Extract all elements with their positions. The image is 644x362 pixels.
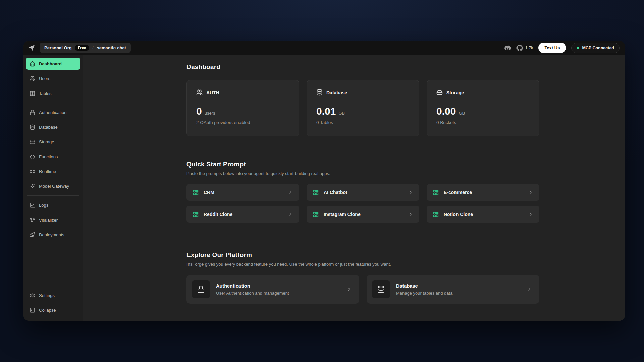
sidebar-collapse-button[interactable]: Collapse [26,304,80,316]
explore-card-desc: User Authentication and management [216,291,289,296]
sidebar-item-logs[interactable]: Logs [26,199,80,211]
grid-icon [193,189,199,196]
sidebar-item-label: Collapse [39,308,56,313]
sidebar-item-label: Dashboard [39,61,62,66]
hard-drive-icon [30,139,35,145]
explore-title: Explore Our Platform [186,251,539,259]
breadcrumb-separator: / [92,45,94,50]
sidebar-item-label: Realtime [39,169,56,174]
stat-card-auth[interactable]: AUTH 0 users 2 OAuth providers enabled [186,80,299,136]
stat-value: 0 [196,106,202,116]
stat-card-label: AUTH [206,90,219,95]
github-star-count: 1.7k [525,46,533,50]
quick-start-card-crm[interactable]: CRM [186,184,299,201]
icon-tile [372,280,390,298]
insforge-logo-icon [28,44,36,52]
explore-card-desc: Manage your tables and data [396,291,452,296]
sidebar-item-label: Authentication [39,110,66,115]
sidebar-item-database[interactable]: Database [26,121,80,133]
sidebar-item-authentication[interactable]: Authentication [26,106,80,118]
quick-start-card-ecommerce[interactable]: E-commerce [427,184,539,201]
explore-card-database[interactable]: Database Manage your tables and data [367,275,539,304]
discord-icon[interactable] [504,45,511,51]
sidebar-item-label: Settings [39,293,55,298]
quick-start-title: Quick Start Prompt [186,161,539,168]
stat-card-storage[interactable]: Storage 0.00 GB 0 Buckets [427,80,539,136]
quick-start-card-reddit-clone[interactable]: Reddit Clone [186,206,299,223]
stat-value: 0.00 [436,106,456,116]
top-bar: Personal Org Free / semantic-chat 1.7k T… [23,41,625,55]
database-icon [316,89,323,96]
page-title: Dashboard [186,63,539,71]
explore-grid: Authentication User Authentication and m… [186,275,539,304]
quick-start-card-notion-clone[interactable]: Notion Clone [427,206,539,223]
sidebar: Dashboard Users Tables Authentication Da… [23,55,83,321]
quick-start-label: Instagram Clone [324,212,361,217]
chevron-right-icon [528,190,533,195]
explore-section: Explore Our Platform InsForge gives you … [186,251,539,304]
topbar-actions: 1.7k Text Us MCP Connected [504,43,620,53]
sidebar-item-users[interactable]: Users [26,72,80,84]
quick-start-card-ai-chatbot[interactable]: AI Chatbot [307,184,419,201]
grid-icon [433,211,439,218]
stat-value: 0.01 [316,106,336,116]
explore-card-authentication[interactable]: Authentication User Authentication and m… [186,275,359,304]
github-icon[interactable] [516,45,523,51]
sidebar-item-label: Model Gateway [39,184,69,189]
plan-badge: Free [75,45,89,51]
org-name[interactable]: Personal Org [44,45,72,50]
stat-card-label: Storage [446,90,464,95]
hard-drive-icon [436,89,443,96]
quick-start-grid: CRM AI Chatbot E-commerce [186,184,539,223]
project-name[interactable]: semantic-chat [97,45,126,50]
explore-card-title: Database [396,283,452,289]
sidebar-item-label: Logs [39,203,48,208]
stat-subtext: 0 Tables [316,120,410,125]
chevron-right-icon [408,190,413,195]
database-icon [30,124,35,130]
chevron-right-icon [527,287,532,292]
stat-unit: GB [459,111,465,116]
sidebar-item-label: Functions [39,154,58,159]
radio-icon [30,169,35,174]
database-icon [377,285,385,293]
sidebar-item-realtime[interactable]: Realtime [26,165,80,177]
chevron-right-icon [288,190,293,195]
sidebar-item-dashboard[interactable]: Dashboard [26,58,80,70]
stat-card-grid: AUTH 0 users 2 OAuth providers enabled D… [186,80,539,136]
breadcrumb[interactable]: Personal Org Free / semantic-chat [40,43,131,53]
stat-subtext: 2 OAuth providers enabled [196,120,289,125]
github-stars[interactable]: 1.7k [516,45,533,51]
gear-icon [30,293,35,298]
sidebar-item-tables[interactable]: Tables [26,87,80,99]
grid-icon [313,211,319,218]
home-icon [30,61,35,67]
sidebar-divider [27,103,79,103]
sidebar-item-label: Database [39,125,58,130]
sidebar-item-functions[interactable]: Functions [26,150,80,163]
chart-line-icon [30,202,35,208]
sidebar-item-deployments[interactable]: Deployments [26,229,80,241]
stat-card-label: Database [326,90,347,95]
grid-icon [313,189,319,196]
quick-start-label: Reddit Clone [204,212,232,217]
grid-icon [193,211,199,218]
users-icon [196,89,203,96]
table-icon [30,90,35,96]
sidebar-item-visualizer[interactable]: Visualizer [26,214,80,226]
sidebar-item-label: Storage [39,139,54,144]
stat-subtext: 0 Buckets [436,120,530,125]
sidebar-item-model-gateway[interactable]: Model Gateway [26,180,80,192]
lock-icon [30,110,35,115]
icon-tile [192,280,210,298]
sidebar-item-settings[interactable]: Settings [26,289,80,301]
network-icon [30,217,35,223]
mcp-status-pill[interactable]: MCP Connected [571,43,620,53]
text-us-button[interactable]: Text Us [538,43,566,53]
stat-card-database[interactable]: Database 0.01 GB 0 Tables [307,80,419,136]
quick-start-label: CRM [204,190,214,195]
sidebar-divider [27,195,79,196]
quick-start-label: E-commerce [444,190,472,195]
quick-start-card-instagram-clone[interactable]: Instagram Clone [307,206,419,223]
sidebar-item-storage[interactable]: Storage [26,136,80,148]
